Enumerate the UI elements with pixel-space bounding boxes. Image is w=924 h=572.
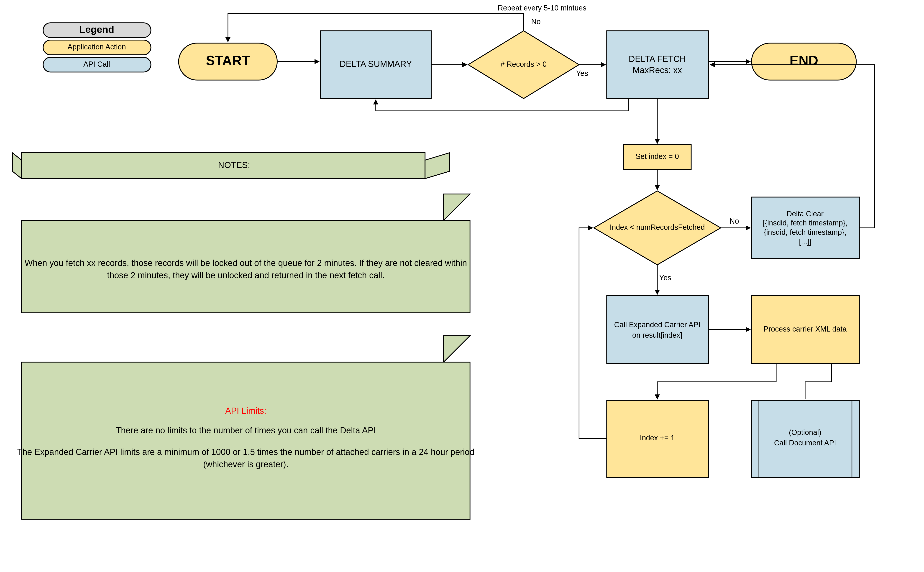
note-1: When you fetch xx records, those records… — [22, 194, 470, 313]
notes-banner: NOTES: — [12, 153, 450, 179]
flowchart-canvas: Legend Application Action API Call START… — [0, 0, 924, 572]
node-index-decision: Index < numRecordsFetched — [594, 191, 720, 265]
svg-marker-17 — [12, 153, 22, 179]
index-inc-label: Index += 1 — [640, 434, 675, 442]
node-process-xml: Process carrier XML data — [751, 295, 859, 364]
legend: Legend Application Action API Call — [43, 23, 151, 72]
node-delta-clear: Delta Clear [{insdid, fetch timestamp}, … — [751, 197, 859, 258]
svg-rect-11 — [607, 295, 708, 364]
delta-clear-l4: [...]] — [799, 238, 811, 246]
call-doc-l2: Call Document API — [774, 439, 836, 447]
records-decision-label: # Records > 0 — [501, 60, 547, 68]
call-exp-l2: on result[index] — [632, 331, 682, 339]
set-index-label: Set index = 0 — [636, 152, 679, 160]
svg-rect-6 — [607, 31, 708, 99]
edge-no-label: No — [531, 17, 540, 26]
legend-app-action: Application Action — [68, 43, 126, 51]
call-exp-l1: Call Expanded Carrier API — [614, 320, 701, 329]
svg-rect-23 — [22, 362, 470, 519]
edge-yes-label: Yes — [576, 69, 588, 78]
node-delta-summary: DELTA SUMMARY — [320, 31, 431, 99]
start-label: START — [206, 53, 250, 68]
svg-rect-10 — [751, 197, 859, 258]
delta-clear-l2: [{insdid, fetch timestamp}, — [763, 219, 847, 227]
edge-fetch-summary-loop — [376, 99, 628, 111]
edge-process-inc — [657, 364, 776, 399]
call-doc-l1: (Optional) — [789, 428, 821, 437]
node-start: START — [179, 43, 277, 80]
svg-marker-22 — [443, 336, 470, 362]
legend-title: Legend — [79, 24, 114, 35]
delta-summary-label: DELTA SUMMARY — [339, 59, 412, 69]
note2-l1: There are no limits to the number of tim… — [116, 426, 376, 435]
note-2: API Limits: There are no limits to the n… — [17, 336, 474, 519]
notes-banner-label: NOTES: — [218, 160, 250, 170]
note2-l2: The Expanded Carrier API limits are a mi… — [17, 447, 474, 457]
note1-l1: When you fetch xx records, those records… — [25, 258, 467, 268]
edge-yes2-label: Yes — [660, 274, 671, 282]
delta-fetch-l2: MaxRecs: xx — [633, 65, 682, 75]
end-label: END — [790, 53, 818, 68]
edge-no2-label: No — [730, 217, 739, 225]
note2-l3: (whichever is greater). — [203, 460, 289, 469]
edge-inc-loop — [579, 228, 607, 438]
node-call-doc: (Optional) Call Document API — [751, 400, 859, 477]
node-end: END — [751, 43, 856, 80]
node-set-index: Set index = 0 — [623, 145, 691, 169]
delta-clear-l3: {insdid, fetch timestamp}, — [764, 228, 846, 236]
edge-process-doc — [805, 364, 832, 399]
node-call-expanded: Call Expanded Carrier API on result[inde… — [607, 295, 708, 364]
node-delta-fetch: DELTA FETCH MaxRecs: xx — [607, 31, 708, 99]
node-records-decision: # Records > 0 — [468, 31, 579, 99]
note1-l2: those 2 minutes, they will be unlocked a… — [107, 270, 385, 280]
svg-marker-20 — [443, 194, 470, 221]
note2-title: API Limits: — [225, 406, 266, 415]
delta-fetch-l1: DELTA FETCH — [628, 54, 686, 64]
legend-api-call: API Call — [83, 60, 110, 68]
process-xml-label: Process carrier XML data — [764, 325, 847, 333]
edge-repeat-label: Repeat every 5-10 mintues — [498, 4, 586, 12]
delta-clear-l1: Delta Clear — [787, 210, 824, 218]
index-decision-label: Index < numRecordsFetched — [610, 223, 705, 232]
node-index-inc: Index += 1 — [607, 400, 708, 477]
svg-marker-19 — [425, 153, 450, 179]
